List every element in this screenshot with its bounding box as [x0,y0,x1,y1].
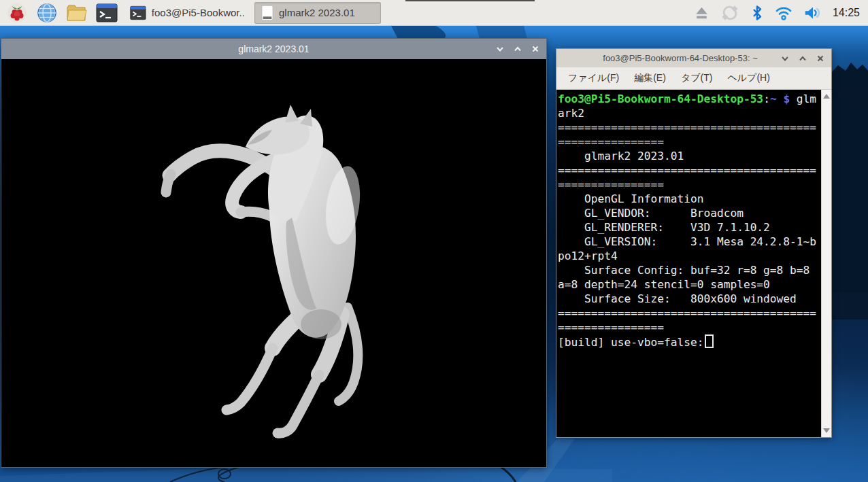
eject-icon[interactable] [694,5,710,20]
raspberry-pi-icon [7,3,27,23]
folder-icon [66,3,88,22]
terminal-icon [96,3,118,22]
updates-icon[interactable] [720,4,740,22]
window-icon [261,5,273,21]
taskbar-task-glmark2[interactable]: glmark2 2023.01 [254,2,381,24]
terminal-line: foo3@Pi5-Bookworm-64-Desktop-53:~ $ glm [558,92,821,106]
terminal-line: ================ [558,320,821,334]
terminal-scrollbar[interactable] [821,90,831,437]
window-title: foo3@Pi5-Bookworm-64-Desktop-53: ~ [556,53,804,63]
task-label: glmark2 2023.01 [279,7,355,18]
chevron-up-icon [514,45,522,53]
terminal-menubar: ファイル(F)編集(E)タブ(T)ヘルプ(H) [556,67,831,90]
clock[interactable]: 14:25 [833,7,860,19]
close-icon [531,45,539,53]
terminal-line: ================ [558,135,821,149]
minimize-button[interactable] [495,44,505,54]
terminal-line: OpenGL Information [558,192,821,206]
terminal-line: ark2 [558,106,821,120]
terminal-line: Surface Size: 800x600 windowed [558,292,821,306]
terminal-cursor [705,334,714,348]
terminal-window: foo3@Pi5-Bookworm-64-Desktop-53: ~ ファイ [556,49,831,437]
taskbar: foo3@Pi5-Bookwor.. glmark2 2023.01 [0,0,868,26]
scroll-down-arrow-icon[interactable] [823,428,830,433]
chevron-up-icon [799,54,807,63]
horse-3d-model [1,59,546,467]
glmark2-titlebar[interactable]: glmark2 2023.01 [1,39,546,59]
terminal-output[interactable]: foo3@Pi5-Bookworm-64-Desktop-53:~ $ glma… [556,90,821,437]
terminal-menu-item[interactable]: タブ(T) [675,69,719,87]
terminal-menu-item[interactable]: ファイル(F) [562,69,625,87]
file-manager-button[interactable] [64,1,90,24]
chevron-down-icon [781,54,789,63]
terminal-line: ======================================= [558,120,821,135]
minimize-button[interactable] [780,53,790,64]
terminal-body: foo3@Pi5-Bookworm-64-Desktop-53:~ $ glma… [556,90,831,437]
terminal-line: Surface Config: buf=32 r=8 g=8 b=8 [558,263,821,277]
terminal-menu-item[interactable]: ヘルプ(H) [721,69,775,87]
wifi-icon[interactable] [774,5,793,21]
window-edge-artifact [405,0,535,1]
chevron-down-icon [496,45,504,53]
terminal-icon [130,5,146,20]
close-icon [816,54,824,63]
system-tray: 14:25 [694,4,864,22]
taskbar-task-terminal[interactable]: foo3@Pi5-Bookwor.. [124,2,250,24]
terminal-launcher-button[interactable] [94,1,120,24]
terminal-titlebar[interactable]: foo3@Pi5-Bookworm-64-Desktop-53: ~ [556,49,831,67]
globe-icon [36,2,58,24]
glmark2-window: glmark2 2023.01 [1,39,546,467]
terminal-line: a=8 depth=24 stencil=0 samples=0 [558,277,821,292]
window-title: glmark2 2023.01 [1,44,546,54]
terminal-line: [build] use-vbo=false: [558,334,821,349]
terminal-line: ================ [558,177,821,192]
scroll-up-arrow-icon[interactable] [823,94,830,99]
terminal-line: GL_RENDERER: V3D 7.1.10.2 [558,220,821,235]
volume-icon[interactable] [803,5,822,21]
terminal-line: glmark2 2023.01 [558,149,821,163]
maximize-button[interactable] [512,44,523,54]
terminal-line: ======================================= [558,306,821,320]
web-browser-button[interactable] [34,1,60,24]
glmark2-render-area [1,59,546,467]
bluetooth-icon[interactable] [750,5,764,21]
close-button[interactable] [815,53,826,64]
terminal-menu-item[interactable]: 編集(E) [628,69,672,87]
menu-button[interactable] [4,1,30,24]
close-button[interactable] [530,44,541,54]
terminal-line: GL_VENDOR: Broadcom [558,206,821,220]
terminal-line: GL_VERSION: 3.1 Mesa 24.2.8-1~b [558,235,821,249]
maximize-button[interactable] [797,53,808,64]
terminal-line: ======================================= [558,163,821,177]
desktop-screen: foo3@Pi5-Bookwor.. glmark2 2023.01 [0,0,868,482]
task-label: foo3@Pi5-Bookwor.. [152,7,244,18]
terminal-line: po12+rpt4 [558,249,821,263]
